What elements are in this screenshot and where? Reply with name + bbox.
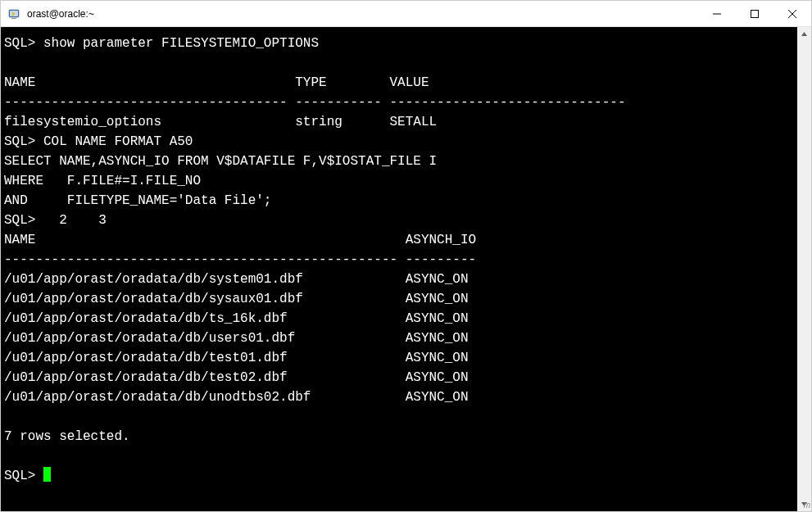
window-controls xyxy=(698,1,811,26)
scrollbar[interactable] xyxy=(797,27,811,511)
window-title: orast@oracle:~ xyxy=(27,8,698,20)
maximize-button[interactable] xyxy=(736,1,773,26)
scrollbar-track[interactable] xyxy=(797,41,811,497)
terminal[interactable]: SQL> show parameter FILESYSTEMIO_OPTIONS… xyxy=(1,27,797,511)
svg-rect-4 xyxy=(751,10,759,17)
putty-window: orast@oracle:~ SQL> show parameter FILES… xyxy=(0,0,812,512)
scroll-up-icon[interactable] xyxy=(797,27,811,41)
putty-icon xyxy=(7,7,20,20)
minimize-button[interactable] xyxy=(698,1,736,26)
close-button[interactable] xyxy=(773,1,811,26)
terminal-container: SQL> show parameter FILESYSTEMIO_OPTIONS… xyxy=(1,27,811,511)
svg-rect-2 xyxy=(11,18,16,19)
cursor xyxy=(43,467,51,482)
titlebar[interactable]: orast@oracle:~ xyxy=(1,1,811,27)
watermark: m xyxy=(804,501,810,510)
